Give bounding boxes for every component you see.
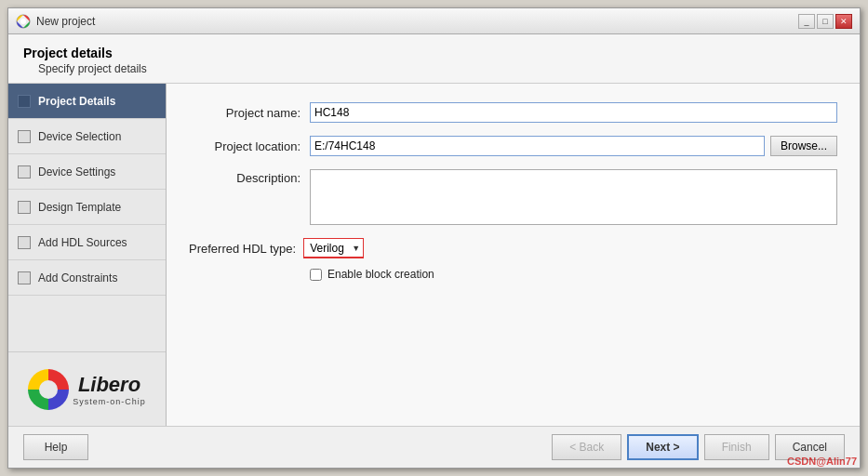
sidebar-indicator-add-hdl-sources (18, 236, 31, 249)
logo-circle-icon (28, 369, 69, 410)
description-row: Description: (189, 169, 837, 225)
project-location-row: Project location: Browse... (189, 136, 837, 156)
sidebar-indicator-device-settings (18, 165, 31, 178)
sidebar: Project Details Device Selection Device … (8, 84, 167, 426)
sidebar-item-design-template[interactable]: Design Template (8, 190, 166, 225)
window-content: Project details Specify project details … (8, 34, 860, 468)
sidebar-label-add-constraints: Add Constraints (38, 271, 117, 284)
enable-block-row: Enable block creation (310, 268, 837, 281)
titlebar-left: New project (16, 14, 95, 29)
sidebar-items: Project Details Device Selection Device … (8, 84, 166, 351)
sidebar-indicator-device-selection (18, 130, 31, 143)
sidebar-item-add-constraints[interactable]: Add Constraints (8, 260, 166, 296)
page-subtitle: Specify project details (38, 62, 845, 75)
page-title: Project details (23, 46, 845, 60)
minimize-button[interactable]: _ (798, 14, 815, 29)
enable-block-label[interactable]: Enable block creation (327, 268, 434, 281)
watermark: CSDN@Alin77 (787, 456, 857, 467)
sidebar-label-project-details: Project Details (38, 95, 115, 108)
sidebar-item-project-details[interactable]: Project Details (8, 84, 166, 119)
logo-text-container: Libero System-on-Chip (73, 373, 146, 406)
sidebar-label-design-template: Design Template (38, 201, 121, 214)
logo-row: Libero System-on-Chip (28, 369, 146, 410)
form-area: Project name: Project location: Browse..… (167, 84, 860, 426)
sidebar-logo: Libero System-on-Chip (8, 351, 166, 426)
logo-circle-inner (39, 380, 58, 399)
sidebar-indicator-project-details (18, 95, 31, 108)
description-label: Description: (189, 169, 310, 185)
sidebar-label-add-hdl-sources: Add HDL Sources (38, 236, 127, 249)
sidebar-indicator-design-template (18, 201, 31, 214)
maximize-button[interactable]: □ (817, 14, 834, 29)
hdl-type-select[interactable]: Verilog VHDL (303, 238, 364, 258)
project-location-input[interactable] (310, 136, 765, 156)
close-button[interactable]: ✕ (835, 14, 852, 29)
titlebar: New project _ □ ✕ (8, 8, 860, 34)
logo-libero-text: Libero (78, 373, 140, 397)
titlebar-buttons: _ □ ✕ (798, 14, 852, 29)
logo-subtext: System-on-Chip (73, 397, 146, 406)
enable-block-checkbox[interactable] (310, 269, 322, 281)
sidebar-item-device-settings[interactable]: Device Settings (8, 154, 166, 190)
sidebar-label-device-settings: Device Settings (38, 165, 115, 178)
browse-button[interactable]: Browse... (770, 136, 837, 156)
hdl-select-wrapper: Verilog VHDL ▼ (303, 238, 364, 258)
project-name-label: Project name: (189, 106, 310, 120)
footer-left: Help (23, 434, 88, 460)
window-title: New project (36, 15, 95, 28)
main-window: New project _ □ ✕ Project details Specif… (7, 7, 861, 469)
description-textarea[interactable] (310, 169, 837, 225)
next-button[interactable]: Next > (627, 434, 698, 460)
finish-button[interactable]: Finish (704, 434, 769, 460)
svg-point-1 (20, 19, 26, 24)
sidebar-item-device-selection[interactable]: Device Selection (8, 119, 166, 154)
project-name-row: Project name: (189, 102, 837, 123)
main-area: Project Details Device Selection Device … (8, 84, 860, 426)
back-button[interactable]: < Back (552, 434, 621, 460)
header-section: Project details Specify project details (8, 34, 860, 84)
sidebar-item-add-hdl-sources[interactable]: Add HDL Sources (8, 225, 166, 260)
footer: Help < Back Next > Finish Cancel (8, 426, 860, 468)
sidebar-label-device-selection: Device Selection (38, 130, 121, 143)
project-location-label: Project location: (189, 139, 310, 153)
hdl-type-label: Preferred HDL type: (189, 242, 296, 256)
project-name-input[interactable] (310, 102, 837, 123)
app-icon (16, 14, 31, 29)
sidebar-indicator-add-constraints (18, 271, 31, 284)
hdl-type-row: Preferred HDL type: Verilog VHDL ▼ (189, 238, 837, 258)
help-button[interactable]: Help (23, 434, 88, 460)
